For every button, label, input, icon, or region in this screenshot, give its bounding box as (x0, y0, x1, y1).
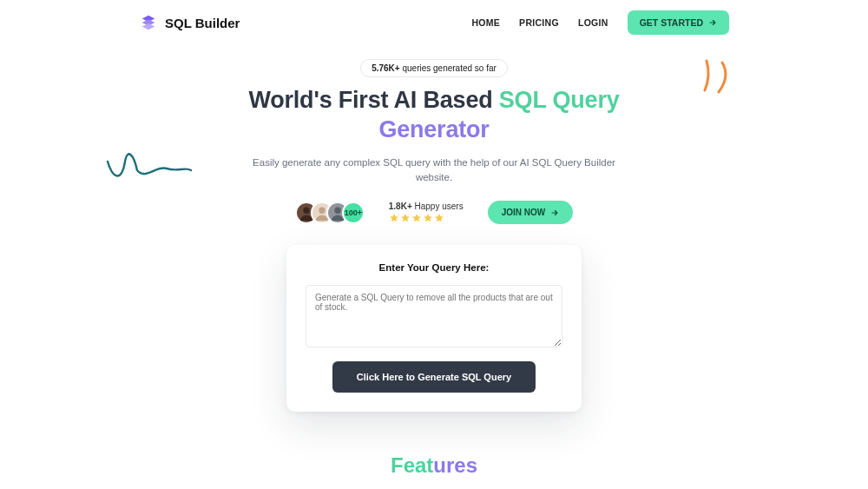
nav-pricing[interactable]: PRICING (519, 17, 559, 28)
join-now-label: JOIN NOW (502, 208, 546, 217)
star-icon (389, 213, 399, 223)
get-started-label: GET STARTED (640, 17, 703, 28)
star-icon (423, 213, 433, 223)
hero-title-part-b: SQL Query (499, 87, 620, 113)
hero-title-part-a: World's First AI Based (248, 87, 498, 113)
query-card: Enter Your Query Here: Click Here to Gen… (286, 245, 582, 412)
nav-home[interactable]: HOME (471, 17, 500, 28)
avatar-more-badge: 100+ (342, 202, 365, 224)
star-rating (389, 213, 444, 223)
queries-pill: 5.76K+ queries generated so far (360, 59, 508, 77)
happy-users-count: 1.8K+ Happy users (389, 202, 464, 211)
queries-count: 5.76K+ (372, 63, 400, 73)
happy-users-bold: 1.8K+ (389, 202, 412, 211)
generate-query-button[interactable]: Click Here to Generate SQL Query (332, 361, 536, 393)
nav-login[interactable]: LOGIN (578, 17, 608, 28)
happy-users: 1.8K+ Happy users (389, 202, 464, 223)
arrow-right-icon (708, 18, 717, 27)
star-icon (411, 213, 422, 223)
features-title: Features (174, 453, 694, 478)
features-title-a: Feat (391, 453, 433, 477)
query-card-title: Enter Your Query Here: (379, 262, 490, 273)
hero: 5.76K+ queries generated so far World's … (139, 59, 729, 224)
avatar-stack: 100+ (295, 202, 365, 224)
svg-point-1 (319, 207, 325, 213)
features-title-b: ures (433, 453, 477, 477)
star-icon (434, 213, 444, 223)
svg-point-0 (303, 207, 309, 213)
decorative-orange-strokes (701, 59, 731, 94)
hero-subtitle: Easily generate any complex SQL query wi… (243, 155, 625, 186)
happy-users-rest: Happy users (412, 202, 464, 211)
features-section: Features Here are some incredible featur… (174, 453, 694, 489)
logo-icon (139, 13, 158, 32)
social-proof-row: 100+ 1.8K+ Happy users JOIN NOW (295, 201, 573, 224)
brand: SQL Builder (139, 13, 240, 32)
brand-name: SQL Builder (165, 16, 240, 30)
join-now-button[interactable]: JOIN NOW (488, 201, 574, 224)
queries-pill-rest: queries generated so far (400, 63, 496, 73)
get-started-button[interactable]: GET STARTED (628, 10, 729, 35)
svg-point-2 (334, 207, 340, 213)
arrow-right-icon (550, 208, 559, 217)
hero-title-part-c: Generator (378, 116, 489, 142)
star-icon (400, 213, 411, 223)
query-input[interactable] (306, 285, 562, 347)
header: SQL Builder HOME PRICING LOGIN GET START… (0, 0, 868, 35)
nav: HOME PRICING LOGIN GET STARTED (471, 10, 729, 35)
decorative-squiggle (106, 149, 193, 184)
hero-title: World's First AI Based SQL Query Generat… (248, 86, 619, 145)
